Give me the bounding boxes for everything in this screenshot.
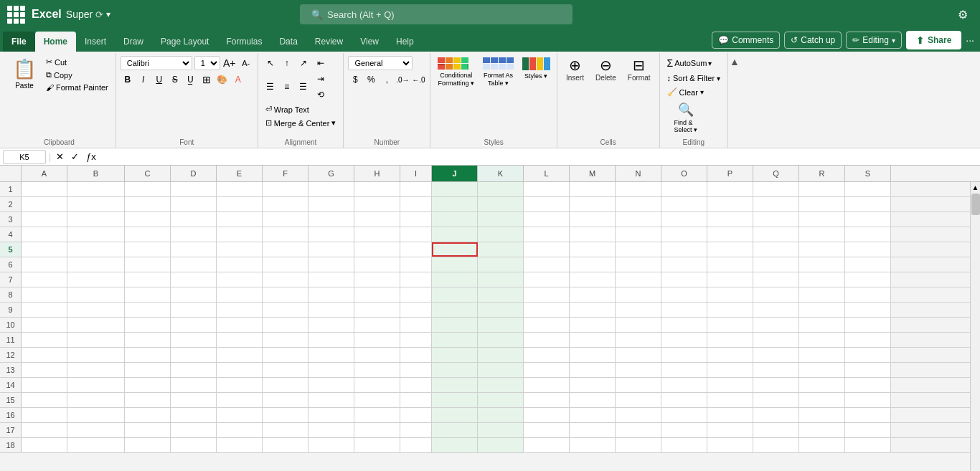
font-color-button[interactable]: A <box>231 72 245 87</box>
merge-center-button[interactable]: ⊡ Merge & Center ▾ <box>263 117 339 129</box>
cell-N3[interactable] <box>616 212 661 227</box>
cell-D17[interactable] <box>171 423 217 437</box>
cell-G15[interactable] <box>308 393 354 407</box>
cell-N14[interactable] <box>616 378 661 392</box>
cell-R13[interactable] <box>799 363 845 377</box>
cell-D15[interactable] <box>171 393 217 407</box>
cell-A17[interactable] <box>22 423 67 437</box>
underline-button[interactable]: U <box>152 72 166 87</box>
cell-K2[interactable] <box>478 197 524 211</box>
cell-C5[interactable] <box>125 242 171 257</box>
tab-home[interactable]: Home <box>35 32 76 52</box>
tab-file[interactable]: File <box>3 32 35 52</box>
cell-B17[interactable] <box>67 423 125 437</box>
cell-M13[interactable] <box>570 363 616 377</box>
cell-C16[interactable] <box>125 408 171 422</box>
format-as-table-button[interactable]: Format AsTable ▾ <box>480 56 517 88</box>
cell-R9[interactable] <box>799 303 845 317</box>
cell-N17[interactable] <box>616 423 661 437</box>
row-number-17[interactable]: 17 <box>0 423 22 437</box>
cell-B4[interactable] <box>67 227 125 242</box>
cell-S10[interactable] <box>845 318 891 332</box>
cell-R6[interactable] <box>799 257 845 272</box>
cell-L12[interactable] <box>524 348 570 362</box>
cell-N5[interactable] <box>616 242 661 257</box>
currency-button[interactable]: $ <box>348 72 362 87</box>
cell-Q2[interactable] <box>753 197 799 211</box>
cell-L16[interactable] <box>524 408 570 422</box>
cell-E10[interactable] <box>217 318 263 332</box>
cell-D3[interactable] <box>171 212 217 227</box>
cell-J12[interactable] <box>432 348 478 362</box>
cell-S16[interactable] <box>845 408 891 422</box>
cell-F13[interactable] <box>263 363 308 377</box>
cell-I3[interactable] <box>400 212 432 227</box>
cell-B15[interactable] <box>67 393 125 407</box>
cell-R3[interactable] <box>799 212 845 227</box>
cell-R7[interactable] <box>799 272 845 287</box>
cell-H2[interactable] <box>354 197 400 211</box>
cell-B16[interactable] <box>67 408 125 422</box>
cell-J17[interactable] <box>432 423 478 437</box>
cell-O15[interactable] <box>661 393 707 407</box>
chevron-down-icon[interactable]: ▾ <box>106 9 110 19</box>
cell-S2[interactable] <box>845 197 891 211</box>
cell-K11[interactable] <box>478 333 524 347</box>
orientation[interactable]: ⟲ <box>313 87 329 102</box>
cell-A9[interactable] <box>22 303 67 317</box>
cell-N18[interactable] <box>616 438 661 452</box>
cell-K15[interactable] <box>478 393 524 407</box>
cell-G16[interactable] <box>308 408 354 422</box>
cell-A8[interactable] <box>22 287 67 302</box>
cell-E5[interactable] <box>217 242 263 257</box>
cell-O1[interactable] <box>661 182 707 196</box>
col-header-n[interactable]: N <box>616 166 661 181</box>
cell-R8[interactable] <box>799 287 845 302</box>
cell-R16[interactable] <box>799 408 845 422</box>
cell-S5[interactable] <box>845 242 891 257</box>
cell-N6[interactable] <box>616 257 661 272</box>
cell-P9[interactable] <box>707 303 753 317</box>
cell-D18[interactable] <box>171 438 217 452</box>
clear-button[interactable]: 🧹 Clear ▾ <box>664 86 707 98</box>
cell-E14[interactable] <box>217 378 263 392</box>
cell-D13[interactable] <box>171 363 217 377</box>
cell-F7[interactable] <box>263 272 308 287</box>
cell-Q7[interactable] <box>753 272 799 287</box>
cell-I18[interactable] <box>400 438 432 452</box>
row-number-11[interactable]: 11 <box>0 333 22 347</box>
cell-B8[interactable] <box>67 287 125 302</box>
cell-M8[interactable] <box>570 287 616 302</box>
cell-B14[interactable] <box>67 378 125 392</box>
cell-S17[interactable] <box>845 423 891 437</box>
align-right[interactable]: ☰ <box>296 80 311 94</box>
cell-J5[interactable] <box>432 242 478 257</box>
cell-O16[interactable] <box>661 408 707 422</box>
cell-J6[interactable] <box>432 257 478 272</box>
cell-H6[interactable] <box>354 257 400 272</box>
right-scrollbar[interactable]: ▲ ▼ <box>970 182 980 471</box>
cut-button[interactable]: ✂Cut <box>43 56 111 68</box>
col-header-g[interactable]: G <box>308 166 354 181</box>
cell-C2[interactable] <box>125 197 171 211</box>
cell-A11[interactable] <box>22 333 67 347</box>
cell-I9[interactable] <box>400 303 432 317</box>
cell-O14[interactable] <box>661 378 707 392</box>
row-number-10[interactable]: 10 <box>0 318 22 332</box>
cell-A18[interactable] <box>22 438 67 452</box>
cell-J10[interactable] <box>432 318 478 332</box>
cell-O6[interactable] <box>661 257 707 272</box>
cell-K10[interactable] <box>478 318 524 332</box>
col-header-s[interactable]: S <box>845 166 891 181</box>
cell-J9[interactable] <box>432 303 478 317</box>
cell-S11[interactable] <box>845 333 891 347</box>
cell-I6[interactable] <box>400 257 432 272</box>
cell-L18[interactable] <box>524 438 570 452</box>
share-button[interactable]: ⬆ Share <box>906 31 961 49</box>
row-number-15[interactable]: 15 <box>0 393 22 407</box>
formula-input[interactable] <box>101 151 977 163</box>
cell-P12[interactable] <box>707 348 753 362</box>
editing-button[interactable]: ✏ Editing ▾ <box>846 32 902 49</box>
cell-M7[interactable] <box>570 272 616 287</box>
cell-M4[interactable] <box>570 227 616 242</box>
